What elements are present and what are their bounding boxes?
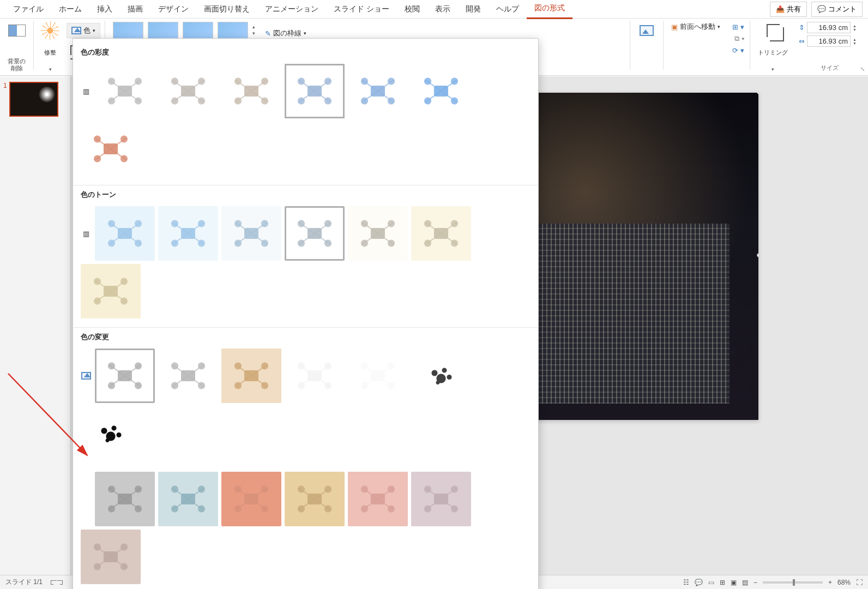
tab-design[interactable]: デザイン	[150, 0, 196, 19]
ribbon-tabs: ファイル ホーム 挿入 描画 デザイン 画面切り替え アニメーション スライド …	[0, 0, 868, 19]
color-swatch[interactable]	[81, 530, 141, 584]
tab-insert[interactable]: 挿入	[89, 0, 120, 19]
spin-up-icon[interactable]: ▲	[853, 38, 860, 41]
recolor-row	[73, 345, 538, 468]
color-swatch[interactable]	[411, 348, 471, 403]
color-swatch[interactable]	[221, 206, 281, 261]
accessibility-icon[interactable]: ⫍⫎	[50, 579, 63, 586]
color-swatch[interactable]	[348, 348, 408, 403]
tab-animation[interactable]: アニメーション	[257, 0, 326, 19]
zoom-out-icon[interactable]: −	[754, 579, 757, 586]
color-swatch[interactable]	[348, 472, 408, 526]
color-swatch[interactable]	[158, 348, 218, 403]
width-field[interactable]: ⇔ 16.93 cm ▲▼	[799, 35, 860, 47]
alt-text-button[interactable]	[635, 21, 659, 73]
zoom-value[interactable]: 68%	[837, 579, 851, 586]
tone-row-icon: ▥	[81, 229, 92, 238]
notes-button[interactable]: ☷	[683, 579, 689, 586]
tab-view[interactable]: 表示	[427, 0, 458, 19]
remove-background-label: 背景の 削除	[8, 58, 26, 72]
height-field[interactable]: ⇕ 16.93 cm ▲▼	[799, 22, 860, 33]
align-icon[interactable]: ⊞ ▾	[732, 23, 744, 31]
color-swatch[interactable]	[81, 122, 141, 176]
recolor-heading: 色の変更	[73, 329, 538, 345]
color-swatch[interactable]	[95, 64, 155, 118]
color-swatch[interactable]	[411, 64, 471, 118]
comment-button[interactable]: 💬コメント	[811, 2, 863, 17]
tab-slideshow[interactable]: スライド ショー	[326, 0, 397, 19]
tab-draw[interactable]: 描画	[120, 0, 150, 19]
color-swatch[interactable]	[285, 348, 345, 403]
color-swatch[interactable]	[348, 64, 408, 118]
tab-review[interactable]: 校閲	[397, 0, 427, 19]
color-swatch[interactable]	[221, 64, 281, 118]
color-swatch[interactable]	[158, 64, 218, 118]
color-swatch[interactable]	[221, 348, 281, 403]
corrections-button[interactable]: 修整 ▾	[38, 21, 62, 73]
color-swatch[interactable]	[411, 206, 471, 261]
chevron-down-icon: ▾	[93, 28, 95, 33]
gallery-up-icon[interactable]: ▴	[252, 24, 255, 29]
saturation-heading: 色の彩度	[73, 44, 538, 61]
picture-border-button[interactable]: ✎ 図の枠線 ▾	[265, 28, 306, 38]
crop-button[interactable]: トリミング ▾	[755, 21, 791, 73]
color-swatch[interactable]	[81, 406, 141, 461]
comment-label: コメント	[828, 4, 857, 14]
saturation-row-icon: ▥	[81, 87, 92, 95]
color-label: 色	[83, 26, 91, 35]
color-swatch[interactable]	[81, 264, 141, 318]
tab-developer[interactable]: 開発	[458, 0, 489, 19]
tab-transition[interactable]: 画面切り替え	[196, 0, 257, 19]
comment-icon: 💬	[817, 5, 826, 13]
color-swatch[interactable]	[348, 206, 408, 261]
color-dropdown-button[interactable]: 色 ▾	[67, 23, 100, 38]
color-swatch[interactable]	[411, 472, 471, 526]
spin-down-icon[interactable]: ▼	[853, 41, 860, 45]
height-value[interactable]: 16.93 cm	[807, 22, 851, 33]
fit-window-icon[interactable]: ⛶	[856, 579, 863, 586]
color-swatch[interactable]	[285, 472, 345, 526]
view-icon[interactable]: ⊞	[720, 579, 725, 586]
width-value[interactable]: 16.93 cm	[807, 35, 851, 47]
slideshow-view-icon[interactable]: ▤	[742, 579, 748, 586]
size-launcher-icon[interactable]: ⤡	[860, 66, 865, 72]
tab-home[interactable]: ホーム	[51, 0, 89, 19]
normal-view-icon[interactable]: ▭	[708, 579, 714, 586]
color-swatch[interactable]	[158, 206, 218, 261]
color-swatch[interactable]	[285, 206, 345, 261]
gallery-down-icon[interactable]: ▾	[252, 31, 255, 36]
color-swatch[interactable]	[95, 206, 155, 261]
color-icon	[71, 27, 81, 34]
tab-picture-format[interactable]: 図の形式	[527, 0, 572, 19]
size-group-label: サイズ	[821, 64, 839, 72]
bring-forward-button[interactable]: ▣ 前面へ移動 ▾	[671, 22, 720, 32]
color-swatch[interactable]	[158, 472, 218, 526]
width-icon: ⇔	[799, 37, 805, 45]
thumbnail-preview	[9, 82, 58, 117]
color-swatch[interactable]	[221, 472, 281, 526]
tone-row: ▥	[73, 203, 538, 326]
tab-file[interactable]: ファイル	[5, 0, 51, 19]
reading-view-icon[interactable]: ▣	[731, 579, 737, 586]
tone-heading: 色のトーン	[73, 187, 538, 203]
share-label: 共有	[787, 4, 801, 14]
thumbnail-1[interactable]: 1	[3, 82, 67, 117]
crop-label: トリミング	[758, 49, 788, 56]
share-button[interactable]: 📤共有	[770, 2, 807, 17]
rotate-icon[interactable]: ⟳ ▾	[732, 46, 744, 55]
selection-handle[interactable]	[757, 253, 758, 257]
remove-background-button[interactable]: 背景の 削除	[4, 21, 29, 73]
color-swatch[interactable]	[95, 348, 155, 403]
comments-button[interactable]: 💬	[695, 579, 703, 586]
tab-help[interactable]: ヘルプ	[489, 0, 527, 19]
zoom-slider[interactable]	[763, 581, 823, 584]
remove-background-icon	[8, 25, 26, 37]
group-icon[interactable]: ⧉ ▾	[734, 34, 744, 43]
color-swatch[interactable]	[95, 472, 155, 526]
pencil-icon: ✎	[265, 29, 271, 38]
picture-icon	[640, 25, 654, 36]
spin-up-icon[interactable]: ▲	[853, 24, 860, 28]
spin-down-icon[interactable]: ▼	[853, 28, 860, 32]
zoom-in-icon[interactable]: +	[828, 579, 832, 586]
color-swatch[interactable]	[285, 64, 345, 118]
